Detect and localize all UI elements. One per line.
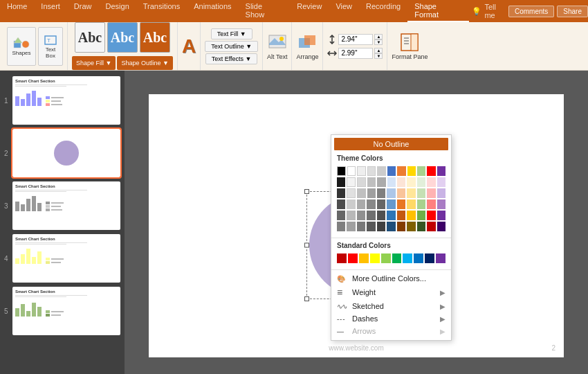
color-swatch[interactable]: [347, 222, 355, 231]
color-swatch[interactable]: [367, 166, 376, 176]
color-swatch[interactable]: [437, 188, 445, 198]
color-swatch[interactable]: [387, 199, 395, 209]
tab-draw[interactable]: Draw: [67, 0, 99, 22]
std-color-swatch[interactable]: [425, 253, 434, 263]
shape-outline-button[interactable]: Shape Outline ▼: [117, 56, 172, 70]
color-swatch[interactable]: [427, 188, 435, 198]
color-swatch[interactable]: [347, 188, 356, 198]
color-swatch[interactable]: [357, 199, 365, 209]
color-swatch[interactable]: [417, 188, 425, 198]
std-color-swatch[interactable]: [337, 253, 347, 263]
color-swatch[interactable]: [367, 199, 375, 209]
color-swatch[interactable]: [437, 222, 445, 231]
color-swatch[interactable]: [377, 222, 385, 231]
slide-thumb-3[interactable]: Smart Chart Section: [12, 181, 120, 230]
color-swatch[interactable]: [377, 199, 385, 209]
more-colors-option[interactable]: 🎨 More Outline Colors...: [331, 272, 451, 285]
tab-animations[interactable]: Animations: [187, 0, 238, 22]
shapes-button[interactable]: Shapes: [7, 27, 36, 66]
slide-thumb-2[interactable]: [12, 129, 120, 177]
abc-style-1[interactable]: Abc: [75, 22, 105, 53]
color-swatch[interactable]: [437, 211, 445, 220]
slide-thumb-4[interactable]: Smart Chart Section: [12, 234, 120, 283]
color-swatch[interactable]: [417, 166, 425, 176]
color-swatch[interactable]: [347, 166, 356, 176]
tab-slideshow[interactable]: Slide Show: [239, 0, 291, 22]
tab-design[interactable]: Design: [99, 0, 136, 22]
color-swatch[interactable]: [417, 177, 425, 187]
std-color-swatch[interactable]: [359, 253, 369, 263]
share-button[interactable]: Share: [557, 6, 588, 17]
color-swatch[interactable]: [367, 222, 375, 231]
color-swatch[interactable]: [357, 166, 366, 176]
color-swatch[interactable]: [427, 211, 435, 220]
color-swatch[interactable]: [357, 177, 366, 187]
color-swatch[interactable]: [407, 211, 415, 220]
dashes-option[interactable]: - - - Dashes ▶: [331, 312, 451, 325]
tell-me-input[interactable]: Tell me: [484, 3, 508, 19]
sketched-option[interactable]: ∿∿ Sketched ▶: [331, 300, 451, 312]
text-fill-button[interactable]: Text Fill ▼: [211, 28, 252, 39]
color-swatch[interactable]: [437, 166, 445, 176]
color-swatch[interactable]: [387, 188, 395, 198]
color-swatch[interactable]: [377, 188, 385, 198]
color-swatch[interactable]: [407, 188, 415, 198]
color-swatch[interactable]: [387, 222, 395, 231]
std-color-swatch[interactable]: [436, 253, 445, 263]
color-swatch[interactable]: [417, 211, 425, 220]
arrows-option[interactable]: — Arrows ▶: [331, 325, 451, 337]
std-color-swatch[interactable]: [414, 253, 423, 263]
color-swatch[interactable]: [407, 177, 415, 187]
color-swatch[interactable]: [357, 188, 365, 198]
slide-thumb-5[interactable]: Smart Chart Section: [12, 287, 120, 335]
color-swatch[interactable]: [407, 222, 415, 231]
std-color-swatch[interactable]: [381, 253, 391, 263]
arrange-button[interactable]: Arrange: [296, 33, 318, 60]
color-swatch[interactable]: [337, 188, 345, 198]
std-color-swatch[interactable]: [392, 253, 402, 263]
color-swatch[interactable]: [387, 177, 396, 187]
color-swatch[interactable]: [367, 188, 376, 198]
text-outline-button[interactable]: Text Outline ▼: [205, 41, 258, 52]
comments-button[interactable]: Comments: [508, 6, 554, 17]
height-spinner[interactable]: ▲ ▼: [374, 34, 383, 45]
format-pane-button[interactable]: Format Pane: [392, 33, 428, 60]
color-swatch[interactable]: [427, 222, 435, 231]
color-swatch[interactable]: [397, 211, 405, 220]
color-swatch[interactable]: [427, 199, 435, 209]
handle-ml[interactable]: [304, 243, 309, 248]
color-swatch[interactable]: [337, 211, 345, 220]
color-swatch[interactable]: [347, 211, 355, 220]
std-color-swatch[interactable]: [348, 253, 358, 263]
color-swatch[interactable]: [397, 222, 405, 231]
handle-bl[interactable]: [304, 296, 309, 301]
color-swatch[interactable]: [347, 199, 355, 209]
text-effects-button[interactable]: Text Effects ▼: [205, 53, 258, 64]
color-swatch[interactable]: [407, 199, 415, 209]
abc-style-3[interactable]: Abc: [140, 22, 170, 53]
tab-home[interactable]: Home: [0, 0, 34, 22]
text-box-button[interactable]: T Text Box: [38, 27, 63, 66]
height-input[interactable]: [338, 34, 373, 45]
color-swatch[interactable]: [397, 166, 405, 176]
color-swatch[interactable]: [337, 166, 346, 176]
color-swatch[interactable]: [397, 177, 405, 187]
color-swatch[interactable]: [387, 211, 395, 220]
color-swatch[interactable]: [347, 177, 356, 187]
width-input[interactable]: [338, 48, 373, 59]
color-swatch[interactable]: [397, 199, 405, 209]
width-spinner[interactable]: ▲ ▼: [374, 48, 383, 59]
color-swatch[interactable]: [427, 166, 435, 176]
std-color-swatch[interactable]: [370, 253, 380, 263]
color-swatch[interactable]: [377, 211, 385, 220]
color-swatch[interactable]: [357, 211, 365, 220]
tab-recording[interactable]: Recording: [359, 0, 407, 22]
weight-option[interactable]: ≡ Weight ▶: [331, 285, 451, 300]
color-swatch[interactable]: [377, 177, 385, 187]
color-swatch[interactable]: [337, 199, 345, 209]
color-swatch[interactable]: [367, 177, 376, 187]
tab-shape-format[interactable]: Shape Format: [407, 0, 469, 22]
abc-style-2[interactable]: Abc: [107, 22, 138, 53]
tab-review[interactable]: Review: [290, 0, 329, 22]
slide-thumb-1[interactable]: Smart Chart Section: [12, 76, 120, 125]
